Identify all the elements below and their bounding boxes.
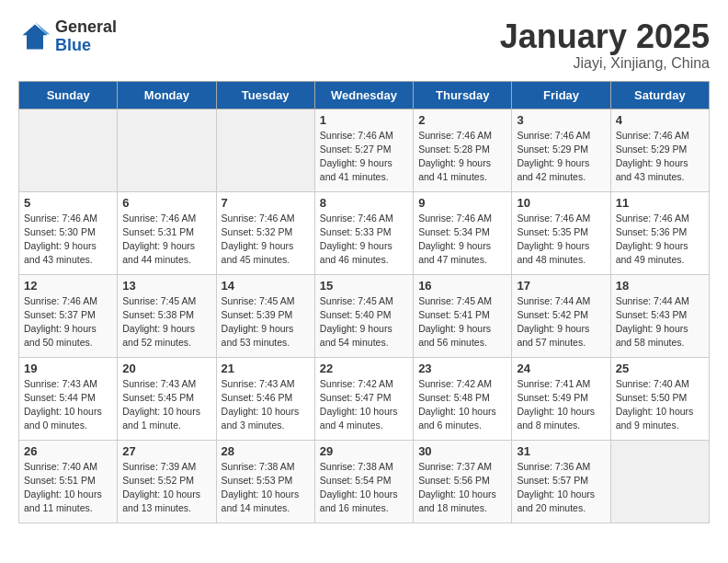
weekday-header-friday: Friday	[512, 81, 610, 109]
day-number: 1	[320, 113, 408, 127]
day-info: Sunrise: 7:43 AM Sunset: 5:46 PM Dayligh…	[222, 377, 310, 433]
month-title: January 2025	[500, 18, 710, 55]
day-info: Sunrise: 7:38 AM Sunset: 5:53 PM Dayligh…	[222, 460, 310, 516]
day-info: Sunrise: 7:46 AM Sunset: 5:34 PM Dayligh…	[418, 212, 506, 268]
day-info: Sunrise: 7:46 AM Sunset: 5:36 PM Dayligh…	[616, 212, 704, 268]
day-info: Sunrise: 7:46 AM Sunset: 5:29 PM Dayligh…	[616, 129, 704, 185]
day-info: Sunrise: 7:46 AM Sunset: 5:37 PM Dayligh…	[24, 294, 112, 350]
calendar-cell: 13Sunrise: 7:45 AM Sunset: 5:38 PM Dayli…	[118, 274, 216, 357]
svg-marker-0	[23, 24, 48, 49]
day-number: 14	[222, 279, 310, 293]
day-info: Sunrise: 7:46 AM Sunset: 5:29 PM Dayligh…	[517, 129, 605, 185]
day-number: 5	[24, 196, 112, 210]
calendar-cell: 22Sunrise: 7:42 AM Sunset: 5:47 PM Dayli…	[314, 357, 413, 440]
calendar-cell: 9Sunrise: 7:46 AM Sunset: 5:34 PM Daylig…	[414, 191, 512, 274]
calendar-cell: 3Sunrise: 7:46 AM Sunset: 5:29 PM Daylig…	[512, 109, 610, 191]
day-info: Sunrise: 7:45 AM Sunset: 5:38 PM Dayligh…	[122, 294, 210, 350]
calendar-cell: 28Sunrise: 7:38 AM Sunset: 5:53 PM Dayli…	[216, 440, 314, 523]
day-info: Sunrise: 7:44 AM Sunset: 5:42 PM Dayligh…	[517, 294, 605, 350]
calendar-cell: 5Sunrise: 7:46 AM Sunset: 5:30 PM Daylig…	[19, 191, 118, 274]
day-info: Sunrise: 7:42 AM Sunset: 5:47 PM Dayligh…	[320, 377, 408, 433]
calendar-cell	[610, 440, 709, 523]
week-row-4: 19Sunrise: 7:43 AM Sunset: 5:44 PM Dayli…	[19, 357, 710, 440]
calendar-cell: 11Sunrise: 7:46 AM Sunset: 5:36 PM Dayli…	[610, 191, 709, 274]
calendar-cell: 24Sunrise: 7:41 AM Sunset: 5:49 PM Dayli…	[512, 357, 610, 440]
calendar-body: 1Sunrise: 7:46 AM Sunset: 5:27 PM Daylig…	[19, 109, 710, 523]
day-info: Sunrise: 7:46 AM Sunset: 5:27 PM Dayligh…	[320, 129, 408, 185]
location: Jiayi, Xinjiang, China	[500, 55, 710, 72]
calendar-cell: 21Sunrise: 7:43 AM Sunset: 5:46 PM Dayli…	[216, 357, 314, 440]
calendar-cell	[19, 109, 118, 191]
day-info: Sunrise: 7:42 AM Sunset: 5:48 PM Dayligh…	[418, 377, 506, 433]
logo-text: General Blue	[55, 18, 117, 55]
calendar-cell: 15Sunrise: 7:45 AM Sunset: 5:40 PM Dayli…	[314, 274, 413, 357]
day-info: Sunrise: 7:46 AM Sunset: 5:35 PM Dayligh…	[517, 212, 605, 268]
day-info: Sunrise: 7:45 AM Sunset: 5:39 PM Dayligh…	[222, 294, 310, 350]
day-number: 28	[222, 444, 310, 458]
calendar-cell: 2Sunrise: 7:46 AM Sunset: 5:28 PM Daylig…	[414, 109, 512, 191]
day-number: 12	[24, 279, 112, 293]
calendar-cell: 10Sunrise: 7:46 AM Sunset: 5:35 PM Dayli…	[512, 191, 610, 274]
weekday-header-monday: Monday	[118, 81, 216, 109]
calendar-cell: 20Sunrise: 7:43 AM Sunset: 5:45 PM Dayli…	[118, 357, 216, 440]
day-number: 27	[122, 444, 210, 458]
day-number: 24	[517, 362, 605, 375]
weekday-header-tuesday: Tuesday	[216, 81, 314, 109]
title-block: January 2025 Jiayi, Xinjiang, China	[500, 18, 710, 72]
calendar-cell: 12Sunrise: 7:46 AM Sunset: 5:37 PM Dayli…	[19, 274, 118, 357]
day-number: 17	[517, 279, 605, 293]
weekday-header-sunday: Sunday	[19, 81, 118, 109]
calendar-table: SundayMondayTuesdayWednesdayThursdayFrid…	[18, 81, 710, 523]
day-info: Sunrise: 7:43 AM Sunset: 5:45 PM Dayligh…	[122, 377, 210, 433]
week-row-3: 12Sunrise: 7:46 AM Sunset: 5:37 PM Dayli…	[19, 274, 710, 357]
calendar-cell: 1Sunrise: 7:46 AM Sunset: 5:27 PM Daylig…	[314, 109, 413, 191]
day-info: Sunrise: 7:38 AM Sunset: 5:54 PM Dayligh…	[320, 460, 408, 516]
calendar-cell: 18Sunrise: 7:44 AM Sunset: 5:43 PM Dayli…	[610, 274, 709, 357]
day-number: 16	[418, 279, 506, 293]
day-info: Sunrise: 7:45 AM Sunset: 5:40 PM Dayligh…	[320, 294, 408, 350]
day-info: Sunrise: 7:43 AM Sunset: 5:44 PM Dayligh…	[24, 377, 112, 433]
calendar-header: SundayMondayTuesdayWednesdayThursdayFrid…	[19, 81, 710, 109]
weekday-header-saturday: Saturday	[610, 81, 709, 109]
calendar-cell	[216, 109, 314, 191]
day-number: 4	[616, 113, 704, 127]
day-number: 19	[24, 362, 112, 375]
day-number: 9	[418, 196, 506, 210]
calendar-cell: 26Sunrise: 7:40 AM Sunset: 5:51 PM Dayli…	[19, 440, 118, 523]
day-info: Sunrise: 7:45 AM Sunset: 5:41 PM Dayligh…	[418, 294, 506, 350]
logo-general: General	[55, 18, 117, 37]
day-info: Sunrise: 7:39 AM Sunset: 5:52 PM Dayligh…	[122, 460, 210, 516]
calendar-cell: 29Sunrise: 7:38 AM Sunset: 5:54 PM Dayli…	[314, 440, 413, 523]
calendar-cell: 4Sunrise: 7:46 AM Sunset: 5:29 PM Daylig…	[610, 109, 709, 191]
day-info: Sunrise: 7:46 AM Sunset: 5:32 PM Dayligh…	[222, 212, 310, 268]
day-info: Sunrise: 7:46 AM Sunset: 5:30 PM Dayligh…	[24, 212, 112, 268]
day-number: 20	[122, 362, 210, 375]
day-number: 3	[517, 113, 605, 127]
day-info: Sunrise: 7:40 AM Sunset: 5:51 PM Dayligh…	[24, 460, 112, 516]
day-info: Sunrise: 7:46 AM Sunset: 5:31 PM Dayligh…	[122, 212, 210, 268]
calendar-cell: 8Sunrise: 7:46 AM Sunset: 5:33 PM Daylig…	[314, 191, 413, 274]
calendar-cell: 30Sunrise: 7:37 AM Sunset: 5:56 PM Dayli…	[414, 440, 512, 523]
day-number: 31	[517, 444, 605, 458]
day-number: 6	[122, 196, 210, 210]
day-number: 26	[24, 444, 112, 458]
calendar-cell: 14Sunrise: 7:45 AM Sunset: 5:39 PM Dayli…	[216, 274, 314, 357]
calendar-cell: 19Sunrise: 7:43 AM Sunset: 5:44 PM Dayli…	[19, 357, 118, 440]
calendar-cell: 27Sunrise: 7:39 AM Sunset: 5:52 PM Dayli…	[118, 440, 216, 523]
day-number: 2	[418, 113, 506, 127]
calendar-cell: 31Sunrise: 7:36 AM Sunset: 5:57 PM Dayli…	[512, 440, 610, 523]
logo-blue: Blue	[55, 37, 117, 55]
day-number: 23	[418, 362, 506, 375]
day-number: 25	[616, 362, 704, 375]
week-row-1: 1Sunrise: 7:46 AM Sunset: 5:27 PM Daylig…	[19, 109, 710, 191]
page-header: General Blue January 2025 Jiayi, Xinjian…	[18, 18, 710, 72]
weekday-header-row: SundayMondayTuesdayWednesdayThursdayFrid…	[19, 81, 710, 109]
day-number: 7	[222, 196, 310, 210]
day-info: Sunrise: 7:44 AM Sunset: 5:43 PM Dayligh…	[616, 294, 704, 350]
weekday-header-wednesday: Wednesday	[314, 81, 413, 109]
day-number: 10	[517, 196, 605, 210]
day-number: 8	[320, 196, 408, 210]
week-row-2: 5Sunrise: 7:46 AM Sunset: 5:30 PM Daylig…	[19, 191, 710, 274]
logo: General Blue	[18, 18, 117, 55]
day-number: 30	[418, 444, 506, 458]
